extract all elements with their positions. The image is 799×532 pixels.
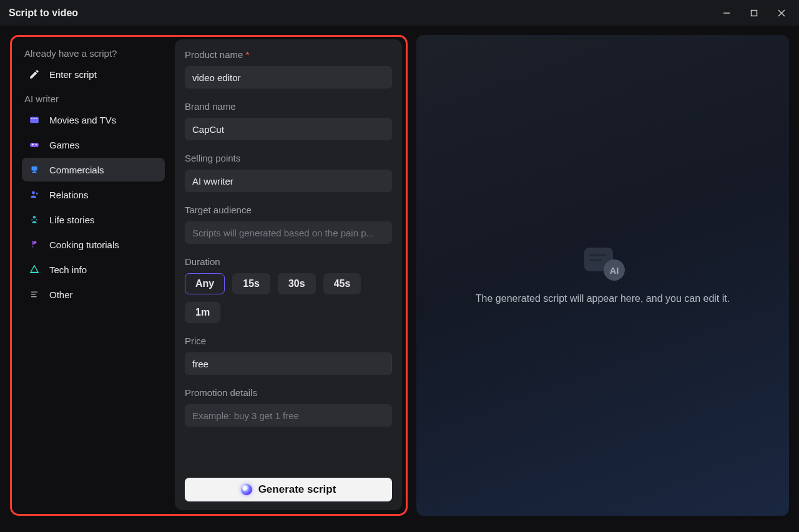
other-icon (28, 288, 41, 301)
sidebar-item-life-stories[interactable]: Life stories (22, 208, 165, 231)
ai-orb-icon (241, 484, 252, 495)
relations-icon (28, 188, 41, 201)
sidebar-item-label: Cooking tutorials (49, 239, 119, 250)
duration-chip-1m[interactable]: 1m (185, 302, 220, 323)
sidebar-item-cooking-tutorials[interactable]: Cooking tutorials (22, 233, 165, 256)
sidebar-item-label: Life stories (49, 215, 95, 225)
cooking-icon (28, 238, 41, 251)
svg-rect-6 (34, 118, 35, 119)
sidebar-item-tech-info[interactable]: Tech info (22, 258, 165, 281)
duration-chip-any[interactable]: Any (185, 273, 225, 294)
svg-rect-24 (589, 259, 602, 261)
sidebar-item-other[interactable]: Other (22, 283, 165, 306)
games-icon (28, 138, 41, 151)
sidebar-section-ai: AI writer (24, 94, 164, 104)
generate-script-label: Generate script (258, 483, 336, 496)
product-name-input[interactable] (185, 66, 392, 89)
svg-rect-1 (752, 10, 757, 16)
brand-name-label: Brand name (185, 101, 392, 112)
sidebar: Already have a script? Enter script AI w… (14, 39, 169, 510)
close-button[interactable] (768, 3, 795, 23)
duration-chip-30s[interactable]: 30s (278, 273, 316, 294)
minimize-button[interactable] (713, 3, 740, 23)
sidebar-item-label: Movies and TVs (49, 115, 116, 125)
svg-rect-11 (32, 143, 33, 145)
sidebar-item-games[interactable]: Games (22, 133, 165, 157)
sidebar-item-enter-script[interactable]: Enter script (22, 62, 165, 86)
left-pane-highlight: Already have a script? Enter script AI w… (10, 35, 408, 516)
maximize-button[interactable] (740, 3, 768, 23)
sidebar-item-commercials[interactable]: Commercials (22, 158, 165, 181)
window-title: Script to video (9, 7, 78, 19)
svg-text:AI: AI (609, 265, 619, 276)
commercials-icon (28, 163, 41, 176)
duration-label: Duration (185, 256, 392, 267)
svg-point-16 (36, 192, 37, 194)
preview-placeholder-text: The generated script will appear here, a… (476, 291, 730, 306)
product-name-label: Product name* (185, 49, 392, 60)
promotion-details-input[interactable] (185, 404, 392, 427)
svg-rect-12 (32, 167, 37, 171)
svg-point-15 (32, 191, 35, 195)
price-input[interactable] (185, 352, 392, 375)
window-controls (713, 3, 795, 23)
generate-script-button[interactable]: Generate script (185, 478, 392, 501)
svg-rect-4 (30, 117, 39, 123)
selling-points-label: Selling points (185, 153, 392, 163)
sidebar-item-label: Commercials (49, 165, 104, 175)
price-label: Price (185, 336, 392, 346)
sidebar-section-script: Already have a script? (24, 48, 164, 59)
title-bar: Script to video (0, 0, 799, 26)
promotion-details-label: Promotion details (185, 387, 392, 398)
duration-chip-15s[interactable]: 15s (232, 273, 270, 294)
life-stories-icon (28, 213, 41, 226)
duration-options: Any 15s 30s 45s 1m (185, 273, 392, 323)
pencil-icon (28, 68, 41, 80)
form-panel: Product name* Brand name Selling points … (175, 39, 402, 510)
duration-chip-45s[interactable]: 45s (323, 273, 361, 294)
sidebar-item-label: Games (49, 140, 79, 150)
svg-rect-21 (31, 296, 37, 297)
required-asterisk: * (245, 49, 249, 60)
svg-rect-14 (32, 172, 37, 173)
svg-rect-8 (30, 143, 39, 147)
target-audience-input[interactable] (185, 221, 392, 244)
svg-point-9 (36, 144, 37, 145)
target-audience-label: Target audience (185, 205, 392, 215)
svg-rect-20 (31, 294, 36, 295)
sidebar-item-label: Tech info (49, 264, 87, 275)
sidebar-item-label: Enter script (49, 69, 97, 80)
sidebar-item-label: Relations (49, 190, 89, 200)
ai-script-placeholder-icon: AI (581, 245, 625, 280)
brand-name-input[interactable] (185, 118, 392, 140)
tech-info-icon (28, 263, 41, 276)
svg-rect-13 (34, 171, 36, 172)
sidebar-item-label: Other (49, 289, 73, 300)
movies-icon (28, 114, 41, 126)
preview-panel: AI The generated script will appear here… (416, 35, 789, 516)
svg-rect-19 (31, 292, 38, 293)
svg-rect-7 (36, 118, 37, 119)
svg-point-17 (33, 216, 36, 219)
svg-rect-5 (31, 118, 32, 119)
svg-rect-23 (589, 254, 607, 256)
sidebar-item-relations[interactable]: Relations (22, 183, 165, 206)
svg-rect-18 (30, 273, 39, 274)
sidebar-item-movies-and-tvs[interactable]: Movies and TVs (22, 108, 165, 132)
selling-points-input[interactable] (185, 170, 392, 192)
